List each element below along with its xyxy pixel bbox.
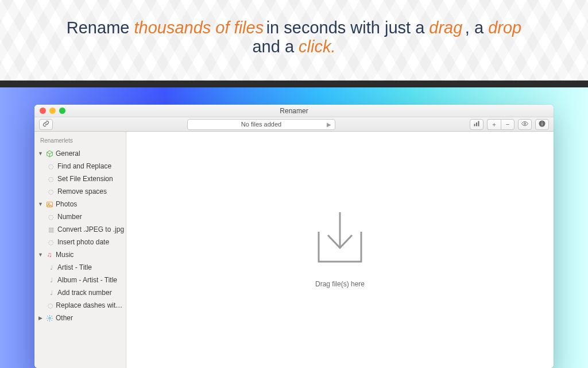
divider-bar [0, 80, 588, 87]
gear-outline-icon: ◌ [47, 187, 55, 195]
link-button[interactable] [39, 119, 53, 130]
sidebar-item-label: Number [57, 213, 82, 221]
play-icon[interactable]: ▶ [327, 121, 331, 128]
sidebar-item-label: Convert .JPEG to .jpg [57, 225, 124, 233]
eye-icon [521, 120, 529, 128]
gear-outline-icon: ◌ [47, 175, 55, 183]
remove-button[interactable]: − [501, 119, 514, 130]
download-arrow-icon [315, 212, 365, 270]
window-body: Renamerlets ▼ General ◌ Find and Replace… [34, 132, 554, 368]
svg-rect-2 [478, 121, 479, 126]
promo-text-4: and a [252, 37, 299, 56]
gear-icon [45, 314, 53, 322]
sidebar-item-convert-jpeg[interactable]: ▥ Convert .JPEG to .jpg [34, 223, 126, 236]
toolbar: No files added ▶ ＋ − [34, 117, 554, 132]
image-icon [45, 200, 53, 208]
promo-text-1: Rename [67, 18, 134, 37]
svg-point-8 [48, 203, 49, 204]
app-window: Renamer No files added ▶ ＋ − [34, 105, 554, 368]
sidebar-item-add-track-number[interactable]: ♩ Add track number [34, 286, 126, 299]
status-pill[interactable]: No files added ▶ [187, 119, 335, 130]
plus-icon: ＋ [491, 120, 497, 129]
music-note-icon: ♩ [47, 276, 55, 284]
sidebar-item-number[interactable]: ◌ Number [34, 210, 126, 223]
svg-point-3 [524, 123, 526, 125]
promo-em-2: drag [429, 18, 462, 37]
sidebar-item-album-artist-title[interactable]: ♩ Album - Artist - Title [34, 274, 126, 286]
sidebar-item-insert-date[interactable]: ◌ Insert photo date [34, 236, 126, 248]
disclosure-icon: ▼ [38, 151, 43, 156]
sidebar-group-other[interactable]: ▶ Other [34, 312, 126, 324]
svg-rect-5 [542, 123, 543, 125]
cube-icon [45, 150, 53, 158]
sidebar-group-label: Photos [56, 200, 77, 208]
status-text: No files added [241, 121, 281, 128]
sidebar-item-label: Set File Extension [57, 175, 113, 183]
svg-rect-1 [476, 122, 477, 126]
svg-point-9 [48, 317, 50, 319]
promo-em-3: drop [488, 18, 521, 37]
dropzone[interactable]: Drag file(s) here [315, 212, 365, 288]
promo-text-3: , a [465, 18, 488, 37]
promo-em-4: click. [299, 37, 335, 56]
sidebar-item-remove-spaces[interactable]: ◌ Remove spaces [34, 185, 126, 198]
sidebar-group-label: General [56, 150, 80, 158]
sidebar-group-photos[interactable]: ▼ Photos [34, 198, 126, 210]
sidebar-item-label: Find and Replace [57, 162, 111, 170]
sidebar-group-general[interactable]: ▼ General [34, 147, 126, 160]
titlebar: Renamer [34, 105, 554, 117]
disclosure-icon: ▼ [38, 201, 43, 207]
sidebar-item-set-extension[interactable]: ◌ Set File Extension [34, 172, 126, 185]
content-area: Drag file(s) here [126, 132, 554, 368]
link-icon [42, 120, 49, 128]
sidebar-item-find-replace[interactable]: ◌ Find and Replace [34, 160, 126, 172]
sidebar-item-label: Artist - Title [57, 263, 92, 271]
sidebar-item-replace-dashes[interactable]: ◌ Replace dashes with unde... [34, 299, 126, 312]
sidebar-header: Renamerlets [34, 136, 126, 147]
disclosure-icon: ▶ [38, 315, 43, 321]
sidebar-item-label: Replace dashes with unde... [56, 301, 126, 309]
disclosure-icon: ▼ [38, 252, 43, 258]
minus-icon: − [506, 121, 509, 128]
add-remove-group: ＋ − [487, 119, 514, 130]
promo-banner: Rename thousands of files in seconds wit… [0, 0, 588, 80]
music-note-icon: ♩ [47, 263, 55, 271]
info-button[interactable] [535, 119, 549, 130]
add-button[interactable]: ＋ [487, 119, 501, 130]
dropzone-label: Drag file(s) here [315, 280, 365, 288]
window-title: Renamer [34, 107, 554, 115]
sidebar-item-label: Add track number [57, 289, 112, 297]
promo-em-1: thousands of files [134, 18, 264, 37]
sidebar: Renamerlets ▼ General ◌ Find and Replace… [34, 132, 126, 368]
gear-outline-icon: ◌ [47, 213, 55, 221]
stats-button[interactable] [470, 119, 483, 130]
music-icon: ♫ [45, 251, 53, 259]
sidebar-item-label: Album - Artist - Title [57, 276, 117, 284]
bar-chart-icon [473, 120, 480, 128]
info-icon [539, 120, 546, 128]
gear-outline-icon: ◌ [47, 162, 55, 170]
gear-outline-icon: ◌ [47, 238, 55, 246]
sidebar-item-label: Remove spaces [57, 187, 107, 195]
preview-button[interactable] [518, 119, 532, 130]
sidebar-item-artist-title[interactable]: ♩ Artist - Title [34, 261, 126, 274]
music-note-icon: ♩ [47, 289, 55, 297]
sidebar-group-label: Other [56, 314, 73, 322]
promo-text-2: in seconds with just a [266, 18, 430, 37]
svg-rect-0 [474, 124, 475, 126]
sidebar-group-music[interactable]: ▼ ♫ Music [34, 248, 126, 261]
sidebar-item-label: Insert photo date [57, 238, 109, 246]
gear-outline-icon: ◌ [47, 301, 53, 309]
file-icon: ▥ [47, 225, 55, 233]
gradient-background: Renamer No files added ▶ ＋ − [0, 87, 588, 368]
svg-point-6 [541, 122, 542, 122]
sidebar-group-label: Music [56, 251, 74, 259]
